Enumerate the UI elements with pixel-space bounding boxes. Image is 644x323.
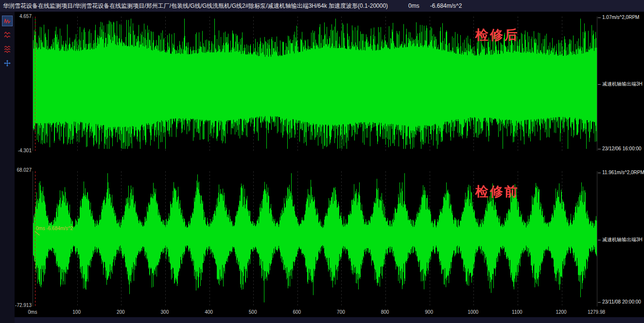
x-tick: 1200 [548,309,575,315]
x-tick: 900 [416,309,443,315]
scale-label-top-chart: 1.07m/s^2,0RPM [598,15,639,20]
x-tick: 500 [239,309,266,315]
cursor-value-readout: -6.684m/s^2 [430,2,462,9]
scale-label-bottom-chart: 11.961m/s^2,0RPM [598,170,644,175]
dual-trace-view-icon[interactable] [2,30,13,40]
y-min-label-bottom: -72.913 [15,303,32,308]
cursor-value-overlay: 0ms -6.684m/s^2 [36,226,73,231]
x-tick: 0ms [19,309,46,315]
channel-label-bottom-chart: 减速机轴输出端3H [598,236,643,243]
x-tick: 600 [283,309,311,315]
x-tick: 300 [151,309,178,315]
timestamp-label-bottom-chart: 23/11/08 20:00:00 [598,299,641,305]
title-bar: 华润雪花设备在线监测项目/华润雪花设备在线监测项目/郑州工厂/包装线/G线/G线… [0,0,644,12]
x-tick: 700 [327,309,354,315]
pan-move-icon[interactable] [2,58,13,69]
x-tick: 1279.98 [583,309,610,315]
cursor-time-readout: 0ms [408,2,419,9]
x-tick: 1000 [459,309,487,315]
timestamp-label-top-chart: 23/12/06 16:00:00 [598,146,642,151]
x-tick: 100 [63,309,90,315]
x-tick: 1100 [504,309,531,315]
annotation-after-repair: 检修后 [475,26,519,44]
channel-label-top-chart: 减速机轴输出端3H [598,81,643,88]
y-max-label-bottom: 68.027 [15,167,32,173]
x-axis-ticks: 0ms1002003004005006007008009001000110012… [15,309,644,317]
x-tick: 800 [371,309,399,315]
bottom-strip [15,317,644,323]
multi-trace-view-icon[interactable] [2,44,13,54]
single-trace-view-icon[interactable] [2,16,13,26]
left-toolbar [0,12,15,323]
annotation-before-repair: 检修前 [475,183,519,200]
x-tick: 400 [195,309,223,315]
y-max-label-top: 4.657 [15,14,32,19]
y-min-label-top: -4.301 [15,148,32,153]
x-tick: 200 [107,309,134,315]
breadcrumb-path: 华润雪花设备在线监测项目/华润雪花设备在线监测项目/郑州工厂/包装线/G线/G线… [3,2,388,10]
chart-area: 4.657 -4.301 68.027 -72.913 1.07m/s^2,0R… [15,12,644,323]
